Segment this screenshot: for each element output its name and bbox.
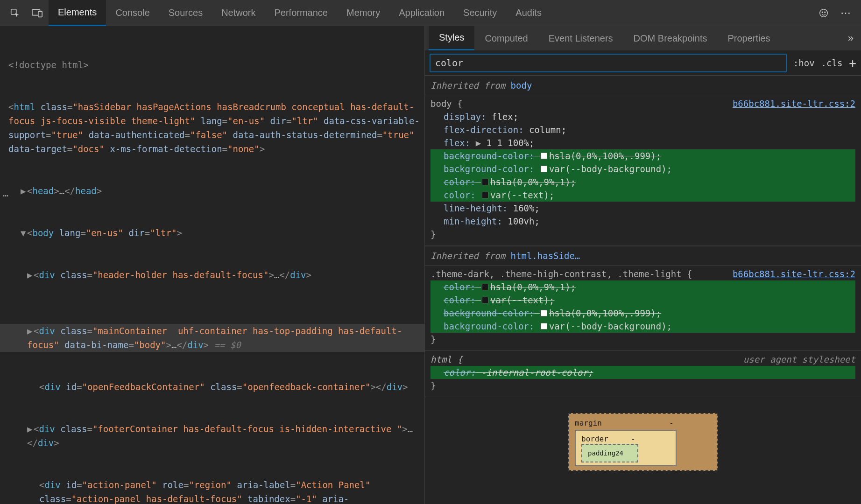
color-swatch-icon[interactable] [541,323,547,329]
prop-bgc[interactable]: background-color: var(--body-background)… [430,320,855,333]
tab-network[interactable]: Network [212,0,265,26]
subtab-properties[interactable]: Properties [717,26,780,50]
tab-audits[interactable]: Audits [506,0,551,26]
prop-bgc-strk[interactable]: background-color: hsla(0,0%,100%,.999); [430,307,855,320]
subtab-computed[interactable]: Computed [474,26,538,50]
box-model-margin-top: - [669,417,674,430]
dom-div-header[interactable]: ▶<div class="header-holder has-default-f… [0,268,424,282]
prop-flex[interactable]: flex: ▶ 1 1 100%; [430,136,855,149]
box-model-margin[interactable]: margin - border - padding24 [568,413,718,471]
color-swatch-icon[interactable] [541,166,547,172]
source-link[interactable]: b66bc881.site-ltr.css:2 [733,97,855,110]
styles-rules[interactable]: Inherited from body b66bc881.site-ltr.cs… [425,76,861,504]
dom-div-footer[interactable]: ▶<div class="footerContainer has-default… [0,422,424,450]
inherited-from-body: Inherited from body [425,76,861,95]
dom-tree[interactable]: <!doctype html> <html class="hasSidebar … [0,26,424,504]
device-toggle-icon[interactable] [29,5,46,21]
prop-background-color-strk[interactable]: background-color: hsla(0,0%,100%,.999); [430,149,855,162]
color-swatch-icon[interactable] [482,179,488,185]
gutter-ellipsis: ⋯ [3,189,8,203]
box-model-border[interactable]: border - padding24 [575,430,677,466]
rule-theme[interactable]: b66bc881.site-ltr.css:2 .theme-dark, .th… [425,266,861,351]
prop-color-strk2[interactable]: color: var(--text); [430,294,855,307]
svg-point-4 [822,12,823,13]
dom-div-main[interactable]: ▶<div class="mainContainer uhf-container… [0,324,424,352]
prop-line-height[interactable]: line-height: 160%; [430,202,855,215]
ua-stylesheet-label: user agent stylesheet [743,353,855,366]
new-style-rule-button[interactable]: + [849,56,856,70]
tab-application[interactable]: Application [389,0,454,26]
source-link[interactable]: b66bc881.site-ltr.css:2 [733,267,855,280]
box-model: margin - border - padding24 [425,397,861,471]
color-swatch-icon[interactable] [541,310,547,316]
inherited-label: Inherited from [430,251,511,261]
dom-head[interactable]: ▶<head>…</head> [0,184,424,198]
box-model-border-top: - [631,433,635,446]
box-model-padding[interactable]: padding24 [581,444,638,462]
prop-color-internal[interactable]: color: -internal-root-color; [430,366,855,379]
dom-div-openfb[interactable]: <div id="openFeedbackContainer" class="o… [0,380,424,394]
prop-color[interactable]: color: var(--text); [430,189,855,202]
smiley-icon[interactable] [815,5,832,21]
more-icon[interactable]: ⋯ [838,5,854,21]
prop-color-strk[interactable]: color: hsla(0,0%,9%,1); [430,280,855,294]
styles-filter-input[interactable] [430,54,787,72]
color-swatch-icon[interactable] [482,192,488,198]
rule-close: } [430,333,855,346]
prop-color-strk[interactable]: color: hsla(0,0%,9%,1); [430,175,855,189]
toggle-cls-button[interactable]: .cls [821,58,843,68]
inherited-from-html: Inherited from html.hasSide… [425,246,861,266]
dom-doctype[interactable]: <!doctype html> [0,58,424,72]
rule-close: } [430,228,855,241]
rule-close: } [430,379,855,392]
prop-background-color[interactable]: background-color: var(--body-background)… [430,162,855,175]
inherited-label: Inherited from [430,80,511,91]
tab-console[interactable]: Console [106,0,159,26]
color-swatch-icon[interactable] [541,153,547,159]
tab-security[interactable]: Security [454,0,506,26]
tab-sources[interactable]: Sources [159,0,212,26]
svg-point-5 [825,12,826,13]
tab-performance[interactable]: Performance [265,0,338,26]
box-model-padding-label: padding24 [588,449,623,457]
toggle-hov-button[interactable]: :hov [793,58,815,68]
box-model-border-label: border [581,433,608,446]
color-swatch-icon[interactable] [482,284,488,290]
svg-rect-2 [38,11,42,17]
dom-div-action[interactable]: <div id="action-panel" role="region" ari… [0,478,424,504]
more-subtabs-icon[interactable]: » [844,32,857,44]
sub-tab-strip: Styles Computed Event Listeners DOM Brea… [425,26,861,50]
dom-html-open[interactable]: <html class="hasSidebar hasPageActions h… [0,100,424,156]
color-swatch-icon[interactable] [482,297,488,303]
prop-display[interactable]: display: flex; [430,110,855,123]
subtab-dom-breakpoints[interactable]: DOM Breakpoints [623,26,718,50]
prop-flex-direction[interactable]: flex-direction: column; [430,123,855,136]
subtab-event-listeners[interactable]: Event Listeners [538,26,623,50]
inherited-body-link[interactable]: body [511,80,532,91]
prop-min-height[interactable]: min-height: 100vh; [430,215,855,228]
styles-pane: Styles Computed Event Listeners DOM Brea… [425,26,861,504]
box-model-margin-label: margin [575,417,602,430]
devtools-root: Elements Console Sources Network Perform… [0,0,861,504]
main-panes: <!doctype html> <html class="hasSidebar … [0,26,861,504]
rule-html-ua[interactable]: user agent stylesheet html { color: -int… [425,351,861,397]
dom-body-open[interactable]: ▼<body lang="en-us" dir="ltr"> [0,226,424,240]
tab-memory[interactable]: Memory [337,0,389,26]
inherited-html-link[interactable]: html.hasSide… [511,251,580,261]
subtab-styles[interactable]: Styles [429,26,474,50]
svg-point-3 [820,9,828,17]
top-tab-strip: Elements Console Sources Network Perform… [0,0,861,26]
elements-pane: <!doctype html> <html class="hasSidebar … [0,26,425,504]
rule-body[interactable]: b66bc881.site-ltr.css:2 body { display: … [425,95,861,246]
tab-elements[interactable]: Elements [49,0,106,26]
styles-filter-bar: :hov .cls + [425,50,861,76]
inspect-icon[interactable] [7,5,23,21]
